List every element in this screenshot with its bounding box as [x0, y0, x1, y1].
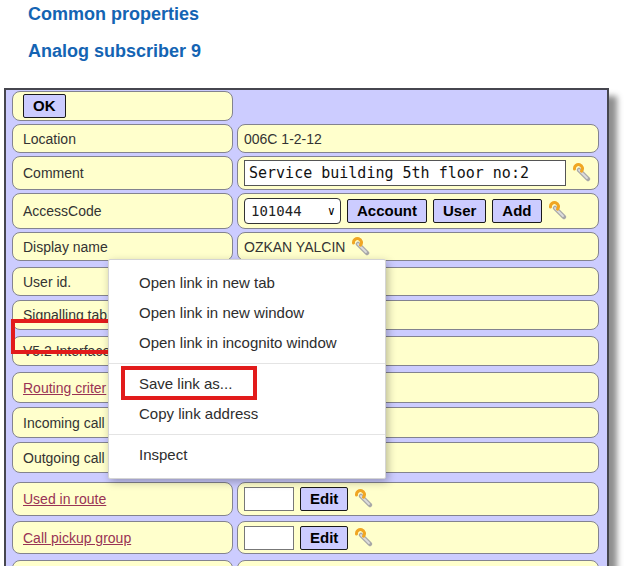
field-label-used-in-route: Used in route — [12, 482, 233, 516]
context-menu: Open link in new tab Open link in new wi… — [108, 259, 386, 479]
wrench-icon[interactable] — [548, 201, 568, 221]
call-pickup-group-input[interactable] — [244, 526, 294, 550]
account-button[interactable]: Account — [347, 199, 427, 223]
add-button[interactable]: Add — [492, 199, 541, 223]
ok-row-cell: OK — [12, 91, 233, 121]
field-label-comment: Comment — [12, 156, 233, 190]
wrench-icon[interactable] — [572, 163, 592, 183]
partial-row-left-cell — [12, 560, 233, 566]
menu-item-inspect[interactable]: Inspect — [109, 440, 385, 470]
call-pickup-group-link[interactable]: Call pickup group — [23, 530, 131, 546]
page-title: Common properties — [28, 4, 199, 25]
menu-item-open-link-incognito[interactable]: Open link in incognito window — [109, 328, 385, 358]
used-in-route-input[interactable] — [244, 487, 294, 511]
partial-row-right-cell — [237, 560, 599, 566]
field-label-accesscode: AccessCode — [12, 193, 233, 229]
wrench-icon[interactable] — [351, 237, 371, 257]
location-value-cell: 006C 1-2-12 — [237, 124, 599, 153]
location-value: 006C 1-2-12 — [244, 131, 322, 147]
edit-button[interactable]: Edit — [300, 487, 348, 511]
used-in-route-link[interactable]: Used in route — [23, 491, 106, 507]
routing-criteria-link[interactable]: Routing criter — [23, 380, 106, 396]
ok-button[interactable]: OK — [23, 94, 66, 118]
user-button[interactable]: User — [433, 199, 486, 223]
edit-button[interactable]: Edit — [300, 526, 348, 550]
menu-item-copy-link-address[interactable]: Copy link address — [109, 399, 385, 429]
display-name-value: OZKAN YALCIN — [244, 239, 345, 255]
chevron-down-icon: ∨ — [328, 206, 335, 216]
menu-item-open-link-new-tab[interactable]: Open link in new tab — [109, 268, 385, 298]
menu-separator — [109, 363, 385, 364]
used-in-route-value-cell: Edit — [237, 482, 599, 516]
field-label-display-name: Display name — [12, 232, 233, 261]
accesscode-value-cell: 101044 ∨ Account User Add — [237, 193, 599, 229]
highlight-box-display-name — [11, 319, 123, 354]
menu-item-open-link-new-window[interactable]: Open link in new window — [109, 298, 385, 328]
call-pickup-group-value-cell: Edit — [237, 521, 599, 554]
display-name-value-cell: OZKAN YALCIN — [237, 232, 599, 261]
comment-value-cell — [237, 156, 599, 190]
comment-input[interactable] — [244, 160, 566, 186]
menu-separator — [109, 434, 385, 435]
access-code-select[interactable]: 101044 ∨ — [244, 198, 341, 224]
field-label-call-pickup-group: Call pickup group — [12, 521, 233, 554]
wrench-icon[interactable] — [354, 489, 374, 509]
field-label-location: Location — [12, 124, 233, 153]
subscriber-title: Analog subscriber 9 — [28, 41, 201, 62]
wrench-icon[interactable] — [354, 528, 374, 548]
highlight-box-save-link-as — [121, 366, 257, 400]
